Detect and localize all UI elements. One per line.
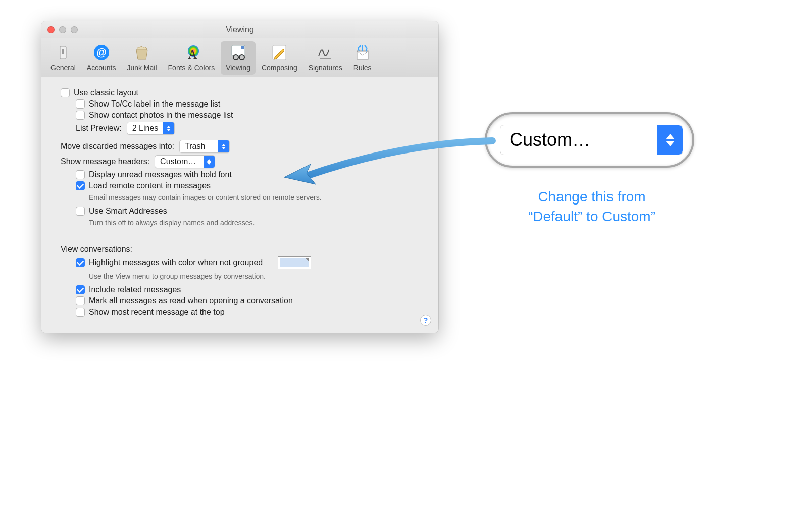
checkbox-include-related[interactable] [76,285,85,294]
label-highlight: Highlight messages with color when not g… [89,258,263,267]
checkbox-highlight[interactable] [76,258,85,267]
signatures-icon [316,43,334,62]
checkbox-unread-bold[interactable] [76,170,85,179]
tab-junk-mail[interactable]: Junk Mail [122,41,162,75]
tab-signatures[interactable]: Signatures [303,41,347,75]
select-value: 2 Lines [127,122,164,134]
tab-accounts[interactable]: @ Accounts [82,41,121,75]
checkbox-smart-addresses[interactable] [76,207,85,216]
checkbox-load-remote[interactable] [76,181,85,190]
stepper-arrows-icon [204,156,215,168]
checkbox-show-tocc[interactable] [76,99,85,109]
label-classic-layout: Use classic layout [74,88,138,97]
select-value: Custom… [155,156,204,168]
composing-icon [270,43,288,62]
svg-rect-7 [241,46,244,49]
tab-general[interactable]: General [45,41,81,75]
junk-mail-icon [133,43,151,62]
rules-icon [353,43,372,62]
fonts-colors-icon: A [182,43,200,62]
label-load-remote: Load remote content in messages [89,181,211,190]
select-show-headers[interactable]: Custom… [155,155,215,168]
subtext-load-remote: Email messages may contain images or con… [89,193,322,201]
viewing-pane: Use classic layout Show To/Cc label in t… [41,77,438,333]
stepper-arrows-icon [163,122,174,134]
callout-caption: Change this from “Default” to Custom” [491,187,693,226]
label-show-photos: Show contact photos in the message list [89,111,233,120]
tab-label: Rules [353,64,372,72]
window-title: Viewing [41,25,438,34]
callout-bubble: Custom… [485,112,694,168]
callout-caption-line2: “Default” to Custom” [491,207,693,226]
tab-label: Signatures [309,64,342,72]
color-swatch[interactable] [278,256,311,269]
checkbox-show-photos[interactable] [76,111,85,120]
tab-label: General [50,64,76,72]
select-list-preview[interactable]: 2 Lines [127,122,175,135]
svg-text:A: A [188,47,197,61]
label-move-discarded: Move discarded messages into: [61,142,174,151]
tab-label: Viewing [226,64,250,72]
tab-rules[interactable]: Rules [348,41,377,75]
help-button[interactable]: ? [420,315,431,326]
accounts-icon: @ [92,43,111,62]
tab-label: Accounts [87,64,116,72]
titlebar: Viewing [41,21,438,38]
label-unread-bold: Display unread messages with bold font [89,170,232,179]
preferences-window: Viewing General @ Accounts Junk Mail [41,21,438,333]
select-move-discarded[interactable]: Trash [179,140,230,153]
tab-fonts-colors[interactable]: A Fonts & Colors [163,41,220,75]
callout-value: Custom… [500,129,657,150]
label-list-preview: List Preview: [76,124,122,133]
tab-label: Junk Mail [127,64,157,72]
callout-select: Custom… [500,125,683,155]
svg-rect-1 [62,49,64,54]
svg-text:@: @ [96,46,107,58]
label-show-tocc: Show To/Cc label in the message list [89,99,220,109]
subtext-smart-addresses: Turn this off to always display names an… [89,219,255,227]
label-include-related: Include related messages [89,285,181,294]
general-icon [54,43,72,62]
subtext-highlight: Use the View menu to group messages by c… [89,272,266,280]
stepper-arrows-icon [657,125,683,155]
callout-caption-line1: Change this from [491,187,693,207]
label-smart-addresses: Use Smart Addresses [89,207,167,216]
tab-composing[interactable]: Composing [257,41,302,75]
select-value: Trash [180,140,218,152]
checkbox-mark-read[interactable] [76,296,85,305]
label-show-headers: Show message headers: [61,157,149,166]
tab-label: Fonts & Colors [168,64,215,72]
viewing-icon [229,43,247,62]
label-recent-top: Show most recent message at the top [89,308,225,317]
stepper-arrows-icon [218,140,229,152]
checkbox-recent-top[interactable] [76,308,85,317]
label-mark-read: Mark all messages as read when opening a… [89,296,293,305]
toolbar: General @ Accounts Junk Mail A Fonts & C… [41,38,438,77]
checkbox-classic-layout[interactable] [61,88,70,97]
heading-conversations: View conversations: [61,245,132,254]
tab-viewing[interactable]: Viewing [221,41,256,75]
tab-label: Composing [262,64,297,72]
